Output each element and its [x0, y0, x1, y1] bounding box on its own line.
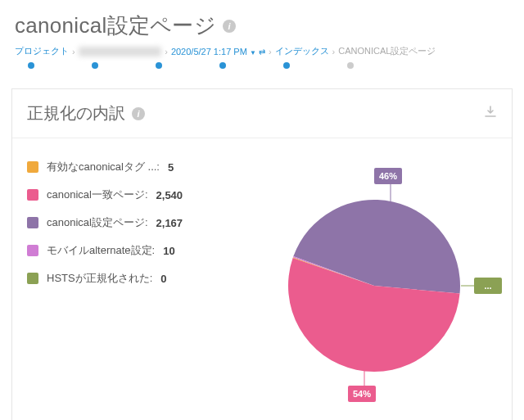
legend-label: canonical設定ページ:	[47, 215, 148, 230]
legend-label: canonical一致ページ:	[47, 187, 148, 202]
legend-value: 0	[160, 273, 166, 285]
legend-label: モバイルalternate設定:	[47, 243, 155, 258]
chart-legend: 有効なcanonicalタグ ...: 5canonical一致ページ: 2,5…	[27, 155, 260, 400]
chevron-down-icon: ▼	[250, 49, 256, 56]
slice-label: ...	[474, 278, 502, 294]
breadcrumb-steps	[15, 61, 509, 69]
svg-text:54%: 54%	[353, 389, 371, 399]
svg-text:...: ...	[484, 281, 491, 291]
breadcrumb-project[interactable]: プロジェクト	[15, 45, 69, 57]
breadcrumb-site[interactable]: ████████████	[79, 47, 162, 56]
legend-item[interactable]: canonical設定ページ: 2,167	[27, 215, 260, 230]
legend-item[interactable]: 有効なcanonicalタグ ...: 5	[27, 160, 260, 174]
chevron-right-icon: ›	[72, 47, 75, 56]
legend-value: 2,167	[156, 217, 183, 229]
legend-label: 有効なcanonicalタグ ...:	[47, 160, 160, 174]
chevron-right-icon: ›	[165, 47, 168, 56]
chevron-right-icon: ›	[332, 47, 336, 56]
legend-swatch	[27, 245, 38, 256]
chevron-right-icon: ›	[269, 47, 272, 56]
breadcrumb-current: CANONICAL設定ページ	[338, 45, 436, 57]
svg-text:46%: 46%	[379, 171, 397, 181]
download-icon[interactable]	[484, 106, 497, 122]
legend-swatch	[27, 189, 38, 201]
breadcrumb: プロジェクト › ████████████ › 2020/5/27 1:17 P…	[15, 40, 509, 61]
info-icon[interactable]: i	[132, 107, 145, 120]
info-icon[interactable]: i	[223, 20, 236, 33]
step-dot[interactable]	[156, 62, 162, 69]
breadcrumb-datetime[interactable]: 2020/5/27 1:17 PM ▼ ⇄	[171, 47, 265, 56]
legend-label: HSTSが正規化された:	[47, 271, 152, 286]
legend-item[interactable]: HSTSが正規化された: 0	[27, 271, 260, 286]
legend-swatch	[27, 217, 38, 228]
legend-value: 2,540	[156, 189, 183, 201]
step-dot[interactable]	[283, 62, 290, 69]
step-dot-current	[347, 62, 354, 69]
legend-item[interactable]: canonical一致ページ: 2,540	[27, 187, 260, 202]
legend-swatch	[27, 161, 38, 173]
page-title: canonical設定ページ	[15, 11, 216, 40]
step-dot[interactable]	[219, 62, 226, 69]
pie-chart: 46%54%...	[268, 155, 497, 400]
slice-label: 54%	[348, 386, 376, 402]
legend-swatch	[27, 273, 38, 284]
legend-value: 5	[168, 161, 174, 174]
legend-value: 10	[163, 245, 174, 257]
step-dot[interactable]	[92, 62, 98, 69]
breadcrumb-index[interactable]: インデックス	[275, 45, 329, 57]
step-dot[interactable]	[28, 62, 34, 69]
swap-icon[interactable]: ⇄	[259, 47, 265, 56]
normalization-card: 正規化の内訳 i 有効なcanonicalタグ ...: 5canonical一…	[11, 88, 513, 420]
card-title: 正規化の内訳	[27, 102, 125, 124]
breadcrumb-datetime-label: 2020/5/27 1:17 PM	[171, 47, 247, 56]
legend-item[interactable]: モバイルalternate設定: 10	[27, 243, 260, 258]
slice-label: 46%	[374, 168, 402, 184]
